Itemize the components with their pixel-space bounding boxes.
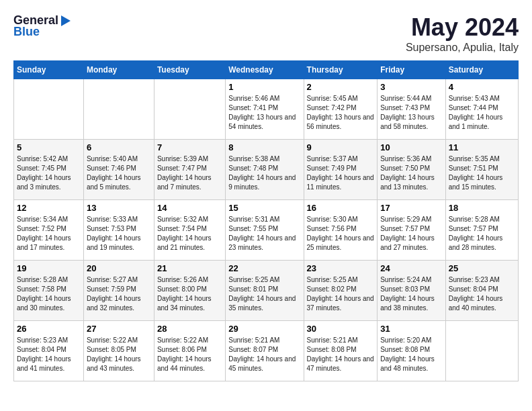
table-row: 26Sunrise: 5:23 AMSunset: 8:04 PMDayligh… — [14, 321, 84, 381]
day-number: 1 — [228, 82, 300, 92]
month-title: May 2024 — [406, 13, 519, 42]
cell-content: Sunset: 7:57 PM — [380, 224, 443, 234]
table-row: 16Sunrise: 5:30 AMSunset: 7:56 PMDayligh… — [304, 200, 378, 261]
day-number: 7 — [157, 142, 222, 152]
col-saturday: Saturday — [445, 61, 518, 79]
day-number: 31 — [380, 324, 443, 334]
table-row: 30Sunrise: 5:21 AMSunset: 8:08 PMDayligh… — [304, 321, 378, 381]
col-friday: Friday — [378, 61, 446, 79]
cell-content: Sunrise: 5:26 AM — [157, 275, 222, 285]
cell-content: Sunset: 8:08 PM — [307, 345, 375, 355]
cell-content: Daylight: 14 hours and 3 minutes. — [17, 173, 81, 192]
cell-content: Sunrise: 5:40 AM — [87, 154, 151, 164]
cell-content: Daylight: 14 hours and 41 minutes. — [17, 355, 81, 373]
cell-content: Sunset: 8:04 PM — [17, 345, 81, 355]
cell-content: Sunset: 7:55 PM — [228, 224, 300, 234]
cell-content: Sunrise: 5:36 AM — [380, 154, 443, 164]
cell-content: Daylight: 14 hours and 38 minutes. — [380, 294, 443, 313]
cell-content: Sunrise: 5:23 AM — [449, 275, 515, 285]
cell-content: Sunrise: 5:32 AM — [157, 215, 222, 224]
cell-content: Sunrise: 5:30 AM — [307, 215, 375, 224]
cell-content: Sunset: 8:00 PM — [157, 285, 222, 294]
cell-content: Sunrise: 5:39 AM — [157, 154, 222, 164]
cell-content: Sunset: 8:05 PM — [87, 345, 151, 355]
title-section: May 2024 Supersano, Apulia, Italy — [406, 13, 519, 54]
day-number: 25 — [449, 263, 515, 273]
logo-arrow-icon — [61, 15, 71, 26]
day-number: 29 — [228, 324, 300, 334]
table-row: 2Sunrise: 5:45 AMSunset: 7:42 PMDaylight… — [304, 79, 378, 140]
cell-content: Sunset: 7:46 PM — [87, 164, 151, 173]
cell-content: Daylight: 14 hours and 47 minutes. — [307, 355, 375, 373]
cell-content: Daylight: 14 hours and 35 minutes. — [228, 294, 300, 313]
col-thursday: Thursday — [304, 61, 378, 79]
cell-content: Sunrise: 5:29 AM — [380, 215, 443, 224]
day-number: 19 — [17, 263, 81, 273]
cell-content: Sunrise: 5:35 AM — [449, 154, 515, 164]
table-row: 6Sunrise: 5:40 AMSunset: 7:46 PMDaylight… — [83, 140, 154, 200]
table-row: 3Sunrise: 5:44 AMSunset: 7:43 PMDaylight… — [378, 79, 446, 140]
cell-content: Sunset: 8:07 PM — [228, 345, 300, 355]
day-number: 23 — [307, 263, 375, 273]
cell-content: Sunset: 7:48 PM — [228, 164, 300, 173]
day-number: 16 — [307, 203, 375, 213]
table-row: 7Sunrise: 5:39 AMSunset: 7:47 PMDaylight… — [154, 140, 225, 200]
table-row: 29Sunrise: 5:21 AMSunset: 8:07 PMDayligh… — [226, 321, 304, 381]
cell-content: Sunrise: 5:27 AM — [87, 275, 151, 285]
cell-content: Daylight: 14 hours and 15 minutes. — [449, 173, 515, 192]
day-number: 15 — [228, 203, 300, 213]
cell-content: Daylight: 14 hours and 25 minutes. — [307, 234, 375, 253]
table-row — [83, 79, 154, 140]
cell-content: Sunset: 7:42 PM — [307, 103, 375, 113]
cell-content: Sunrise: 5:43 AM — [449, 94, 515, 103]
cell-content: Daylight: 14 hours and 30 minutes. — [17, 294, 81, 313]
calendar-table: Sunday Monday Tuesday Wednesday Thursday… — [13, 60, 519, 381]
day-number: 30 — [307, 324, 375, 334]
cell-content: Sunrise: 5:28 AM — [17, 275, 81, 285]
cell-content: Sunset: 7:57 PM — [449, 224, 515, 234]
table-row: 24Sunrise: 5:24 AMSunset: 8:03 PMDayligh… — [378, 261, 446, 321]
col-tuesday: Tuesday — [154, 61, 225, 79]
logo-blue: Blue — [13, 25, 40, 39]
day-number: 13 — [87, 203, 151, 213]
table-row: 12Sunrise: 5:34 AMSunset: 7:52 PMDayligh… — [14, 200, 84, 261]
cell-content: Sunrise: 5:22 AM — [157, 336, 222, 345]
day-number: 27 — [87, 324, 151, 334]
day-number: 4 — [449, 82, 515, 92]
cell-content: Sunset: 7:41 PM — [228, 103, 300, 113]
day-number: 20 — [87, 263, 151, 273]
cell-content: Sunset: 8:03 PM — [380, 285, 443, 294]
day-number: 9 — [307, 142, 375, 152]
cell-content: Daylight: 14 hours and 1 minute. — [449, 113, 515, 132]
day-number: 6 — [87, 142, 151, 152]
cell-content: Sunrise: 5:44 AM — [380, 94, 443, 103]
cell-content: Daylight: 14 hours and 21 minutes. — [157, 234, 222, 253]
calendar-week-row: 1Sunrise: 5:46 AMSunset: 7:41 PMDaylight… — [14, 79, 519, 140]
table-row: 25Sunrise: 5:23 AMSunset: 8:04 PMDayligh… — [445, 261, 518, 321]
cell-content: Sunset: 7:56 PM — [307, 224, 375, 234]
table-row: 4Sunrise: 5:43 AMSunset: 7:44 PMDaylight… — [445, 79, 518, 140]
cell-content: Sunrise: 5:20 AM — [380, 336, 443, 345]
cell-content: Daylight: 14 hours and 32 minutes. — [87, 294, 151, 313]
table-row: 10Sunrise: 5:36 AMSunset: 7:50 PMDayligh… — [378, 140, 446, 200]
cell-content: Daylight: 14 hours and 19 minutes. — [87, 234, 151, 253]
cell-content: Daylight: 14 hours and 34 minutes. — [157, 294, 222, 313]
table-row: 31Sunrise: 5:20 AMSunset: 8:08 PMDayligh… — [378, 321, 446, 381]
day-number: 8 — [228, 142, 300, 152]
table-row: 15Sunrise: 5:31 AMSunset: 7:55 PMDayligh… — [226, 200, 304, 261]
cell-content: Daylight: 14 hours and 40 minutes. — [449, 294, 515, 313]
table-row: 11Sunrise: 5:35 AMSunset: 7:51 PMDayligh… — [445, 140, 518, 200]
calendar-header-row: Sunday Monday Tuesday Wednesday Thursday… — [14, 61, 519, 79]
calendar-week-row: 26Sunrise: 5:23 AMSunset: 8:04 PMDayligh… — [14, 321, 519, 381]
cell-content: Sunrise: 5:25 AM — [228, 275, 300, 285]
table-row — [154, 79, 225, 140]
cell-content: Sunset: 7:47 PM — [157, 164, 222, 173]
cell-content: Sunrise: 5:22 AM — [87, 336, 151, 345]
cell-content: Sunset: 8:04 PM — [449, 285, 515, 294]
cell-content: Daylight: 14 hours and 27 minutes. — [380, 234, 443, 253]
table-row: 14Sunrise: 5:32 AMSunset: 7:54 PMDayligh… — [154, 200, 225, 261]
cell-content: Daylight: 14 hours and 11 minutes. — [307, 173, 375, 192]
table-row: 27Sunrise: 5:22 AMSunset: 8:05 PMDayligh… — [83, 321, 154, 381]
cell-content: Daylight: 13 hours and 54 minutes. — [228, 113, 300, 132]
cell-content: Sunrise: 5:28 AM — [449, 215, 515, 224]
